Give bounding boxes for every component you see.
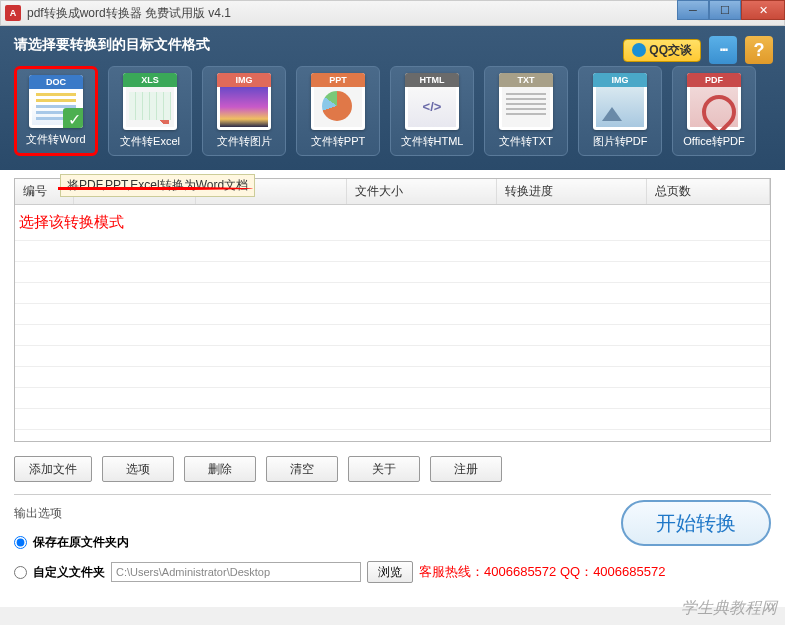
table-row — [15, 367, 770, 388]
format-item-doc[interactable]: DOC ✓ 文件转Word — [14, 66, 98, 156]
format-label: Office转PDF — [683, 134, 745, 149]
custom-folder-label: 自定义文件夹 — [33, 564, 105, 581]
content: 编号文件名页数选择文件大小转换进度总页数 选择该转换模式 添加文件 选项 删除 … — [0, 170, 785, 607]
save-same-radio[interactable] — [14, 536, 27, 549]
chat-icon[interactable]: ··· — [709, 36, 737, 64]
doc-icon: DOC ✓ — [29, 75, 83, 128]
format-label: 文件转Word — [26, 132, 85, 147]
options-button[interactable]: 选项 — [102, 456, 174, 482]
header-icons: QQ交谈 ··· ? — [623, 36, 773, 64]
format-item-ppt[interactable]: PPT 文件转PPT — [296, 66, 380, 156]
format-item-xls[interactable]: XLS 文件转Excel — [108, 66, 192, 156]
format-label: 图片转PDF — [593, 134, 648, 149]
txt-icon: TXT — [499, 73, 553, 130]
clear-button[interactable]: 清空 — [266, 456, 338, 482]
qq-chat-button[interactable]: QQ交谈 — [623, 39, 701, 62]
file-table: 编号文件名页数选择文件大小转换进度总页数 选择该转换模式 — [15, 179, 770, 442]
format-item-pdf[interactable]: PDF Office转PDF — [672, 66, 756, 156]
custom-folder-radio[interactable] — [14, 566, 27, 579]
table-row — [15, 325, 770, 346]
app-title: pdf转换成word转换器 免费试用版 v4.1 — [27, 5, 780, 22]
format-item-img2[interactable]: IMG 图片转PDF — [578, 66, 662, 156]
table-row: 选择该转换模式 — [15, 205, 770, 241]
img-icon: IMG — [217, 73, 271, 130]
table-row — [15, 409, 770, 430]
titlebar: A pdf转换成word转换器 免费试用版 v4.1 — [0, 0, 785, 26]
format-row: DOC ✓ 文件转Word XLS 文件转Excel IMG 文件转图片 PPT… — [14, 66, 771, 156]
table-row — [15, 283, 770, 304]
table-body: 选择该转换模式 — [15, 205, 770, 443]
format-label: 文件转HTML — [401, 134, 464, 149]
column-header[interactable]: 总页数 — [647, 179, 770, 205]
app-icon: A — [5, 5, 21, 21]
register-button[interactable]: 注册 — [430, 456, 502, 482]
table-row — [15, 262, 770, 283]
img2-icon: IMG — [593, 73, 647, 130]
annotation-underline — [58, 187, 253, 190]
start-convert-button[interactable]: 开始转换 — [621, 500, 771, 546]
tooltip: 将PDF,PPT,Excel转换为Word文档 — [60, 174, 255, 197]
format-label: 文件转PPT — [311, 134, 365, 149]
add-file-button[interactable]: 添加文件 — [14, 456, 92, 482]
output-section: 输出选项 保存在原文件夹内 自定义文件夹 浏览 客服热线：4006685572 … — [14, 494, 771, 583]
table-row — [15, 346, 770, 367]
pdf-icon: PDF — [687, 73, 741, 130]
window-controls: ─ ☐ ✕ — [677, 0, 785, 20]
table-row — [15, 304, 770, 325]
header: 请选择要转换到的目标文件格式 QQ交谈 ··· ? DOC ✓ 文件转Word … — [0, 26, 785, 170]
hotline-text: 客服热线：4006685572 QQ：4006685572 — [419, 563, 665, 581]
format-label: 文件转TXT — [499, 134, 553, 149]
annotation-text: 选择该转换模式 — [15, 205, 770, 241]
path-input[interactable] — [111, 562, 361, 582]
button-row: 添加文件 选项 删除 清空 关于 注册 — [14, 456, 771, 482]
table-row — [15, 430, 770, 443]
maximize-button[interactable]: ☐ — [709, 0, 741, 20]
format-label: 文件转Excel — [120, 134, 180, 149]
table-row — [15, 388, 770, 409]
save-same-label: 保存在原文件夹内 — [33, 534, 129, 551]
browse-button[interactable]: 浏览 — [367, 561, 413, 583]
ppt-icon: PPT — [311, 73, 365, 130]
delete-button[interactable]: 删除 — [184, 456, 256, 482]
check-icon: ✓ — [63, 108, 83, 128]
table-row — [15, 241, 770, 262]
column-header[interactable]: 文件大小 — [346, 179, 496, 205]
radio-custom: 自定义文件夹 浏览 客服热线：4006685572 QQ：4006685572 — [14, 561, 771, 583]
column-header[interactable]: 转换进度 — [496, 179, 646, 205]
xls-icon: XLS — [123, 73, 177, 130]
format-item-img[interactable]: IMG 文件转图片 — [202, 66, 286, 156]
format-item-html[interactable]: HTML 文件转HTML — [390, 66, 474, 156]
help-icon[interactable]: ? — [745, 36, 773, 64]
html-icon: HTML — [405, 73, 459, 130]
minimize-button[interactable]: ─ — [677, 0, 709, 20]
close-button[interactable]: ✕ — [741, 0, 785, 20]
format-item-txt[interactable]: TXT 文件转TXT — [484, 66, 568, 156]
file-table-wrap[interactable]: 编号文件名页数选择文件大小转换进度总页数 选择该转换模式 — [14, 178, 771, 442]
format-label: 文件转图片 — [217, 134, 272, 149]
about-button[interactable]: 关于 — [348, 456, 420, 482]
